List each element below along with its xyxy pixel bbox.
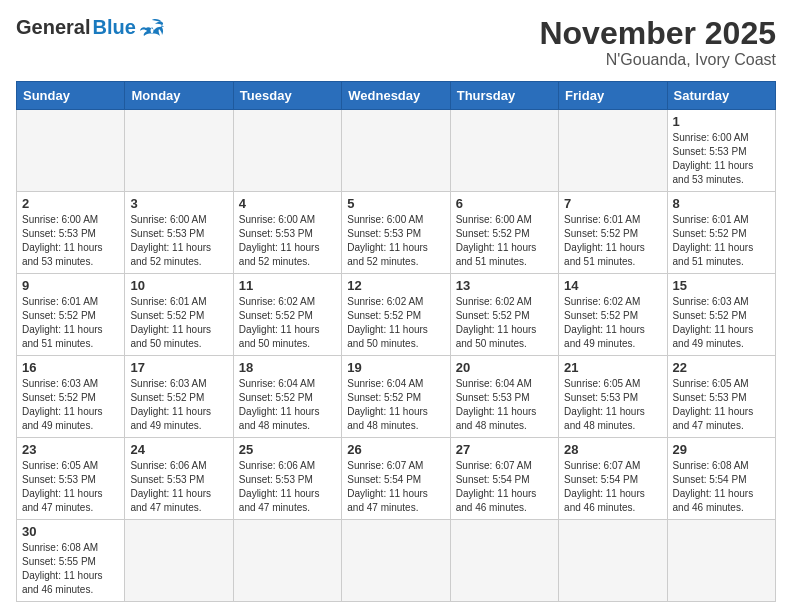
day-number: 4	[239, 196, 336, 211]
day-number: 22	[673, 360, 770, 375]
day-info: Sunrise: 6:05 AM Sunset: 5:53 PM Dayligh…	[673, 377, 770, 433]
day-info: Sunrise: 6:00 AM Sunset: 5:53 PM Dayligh…	[347, 213, 444, 269]
day-info: Sunrise: 6:07 AM Sunset: 5:54 PM Dayligh…	[564, 459, 661, 515]
header-tuesday: Tuesday	[233, 82, 341, 110]
table-row: 3Sunrise: 6:00 AM Sunset: 5:53 PM Daylig…	[125, 192, 233, 274]
day-info: Sunrise: 6:03 AM Sunset: 5:52 PM Dayligh…	[673, 295, 770, 351]
calendar-week-row: 30Sunrise: 6:08 AM Sunset: 5:55 PM Dayli…	[17, 520, 776, 602]
day-number: 21	[564, 360, 661, 375]
header-monday: Monday	[125, 82, 233, 110]
day-number: 19	[347, 360, 444, 375]
table-row	[125, 110, 233, 192]
day-info: Sunrise: 6:05 AM Sunset: 5:53 PM Dayligh…	[22, 459, 119, 515]
day-info: Sunrise: 6:00 AM Sunset: 5:53 PM Dayligh…	[130, 213, 227, 269]
table-row: 13Sunrise: 6:02 AM Sunset: 5:52 PM Dayli…	[450, 274, 558, 356]
logo-general-text: General	[16, 16, 90, 39]
day-number: 29	[673, 442, 770, 457]
table-row: 20Sunrise: 6:04 AM Sunset: 5:53 PM Dayli…	[450, 356, 558, 438]
header-sunday: Sunday	[17, 82, 125, 110]
logo-bird-icon	[140, 18, 164, 36]
day-number: 14	[564, 278, 661, 293]
day-number: 6	[456, 196, 553, 211]
day-number: 26	[347, 442, 444, 457]
day-info: Sunrise: 6:02 AM Sunset: 5:52 PM Dayligh…	[347, 295, 444, 351]
day-info: Sunrise: 6:03 AM Sunset: 5:52 PM Dayligh…	[22, 377, 119, 433]
table-row: 28Sunrise: 6:07 AM Sunset: 5:54 PM Dayli…	[559, 438, 667, 520]
header-friday: Friday	[559, 82, 667, 110]
day-info: Sunrise: 6:08 AM Sunset: 5:54 PM Dayligh…	[673, 459, 770, 515]
table-row: 24Sunrise: 6:06 AM Sunset: 5:53 PM Dayli…	[125, 438, 233, 520]
day-number: 30	[22, 524, 119, 539]
day-info: Sunrise: 6:00 AM Sunset: 5:53 PM Dayligh…	[239, 213, 336, 269]
day-info: Sunrise: 6:06 AM Sunset: 5:53 PM Dayligh…	[239, 459, 336, 515]
day-info: Sunrise: 6:08 AM Sunset: 5:55 PM Dayligh…	[22, 541, 119, 597]
day-number: 28	[564, 442, 661, 457]
days-header-row: Sunday Monday Tuesday Wednesday Thursday…	[17, 82, 776, 110]
day-info: Sunrise: 6:04 AM Sunset: 5:52 PM Dayligh…	[347, 377, 444, 433]
table-row	[559, 110, 667, 192]
day-number: 18	[239, 360, 336, 375]
day-number: 11	[239, 278, 336, 293]
day-info: Sunrise: 6:05 AM Sunset: 5:53 PM Dayligh…	[564, 377, 661, 433]
day-info: Sunrise: 6:02 AM Sunset: 5:52 PM Dayligh…	[456, 295, 553, 351]
day-number: 5	[347, 196, 444, 211]
table-row	[233, 110, 341, 192]
calendar-week-row: 9Sunrise: 6:01 AM Sunset: 5:52 PM Daylig…	[17, 274, 776, 356]
day-info: Sunrise: 6:01 AM Sunset: 5:52 PM Dayligh…	[673, 213, 770, 269]
day-number: 2	[22, 196, 119, 211]
title-block: November 2025 N'Gouanda, Ivory Coast	[539, 16, 776, 69]
day-number: 27	[456, 442, 553, 457]
day-info: Sunrise: 6:01 AM Sunset: 5:52 PM Dayligh…	[22, 295, 119, 351]
table-row: 27Sunrise: 6:07 AM Sunset: 5:54 PM Dayli…	[450, 438, 558, 520]
page-header: General Blue November 2025 N'Gouanda, Iv…	[16, 16, 776, 69]
logo-blue-text: Blue	[92, 16, 135, 39]
table-row: 23Sunrise: 6:05 AM Sunset: 5:53 PM Dayli…	[17, 438, 125, 520]
table-row	[450, 520, 558, 602]
table-row: 6Sunrise: 6:00 AM Sunset: 5:52 PM Daylig…	[450, 192, 558, 274]
table-row	[125, 520, 233, 602]
day-number: 23	[22, 442, 119, 457]
header-wednesday: Wednesday	[342, 82, 450, 110]
day-number: 13	[456, 278, 553, 293]
table-row: 19Sunrise: 6:04 AM Sunset: 5:52 PM Dayli…	[342, 356, 450, 438]
calendar-week-row: 1Sunrise: 6:00 AM Sunset: 5:53 PM Daylig…	[17, 110, 776, 192]
table-row	[342, 110, 450, 192]
day-info: Sunrise: 6:07 AM Sunset: 5:54 PM Dayligh…	[347, 459, 444, 515]
calendar-week-row: 16Sunrise: 6:03 AM Sunset: 5:52 PM Dayli…	[17, 356, 776, 438]
day-number: 16	[22, 360, 119, 375]
table-row: 25Sunrise: 6:06 AM Sunset: 5:53 PM Dayli…	[233, 438, 341, 520]
logo: General Blue	[16, 16, 164, 39]
table-row: 11Sunrise: 6:02 AM Sunset: 5:52 PM Dayli…	[233, 274, 341, 356]
day-number: 3	[130, 196, 227, 211]
table-row: 10Sunrise: 6:01 AM Sunset: 5:52 PM Dayli…	[125, 274, 233, 356]
table-row: 30Sunrise: 6:08 AM Sunset: 5:55 PM Dayli…	[17, 520, 125, 602]
day-info: Sunrise: 6:02 AM Sunset: 5:52 PM Dayligh…	[239, 295, 336, 351]
table-row: 2Sunrise: 6:00 AM Sunset: 5:53 PM Daylig…	[17, 192, 125, 274]
day-number: 10	[130, 278, 227, 293]
day-info: Sunrise: 6:01 AM Sunset: 5:52 PM Dayligh…	[130, 295, 227, 351]
table-row: 1Sunrise: 6:00 AM Sunset: 5:53 PM Daylig…	[667, 110, 775, 192]
table-row	[559, 520, 667, 602]
table-row: 22Sunrise: 6:05 AM Sunset: 5:53 PM Dayli…	[667, 356, 775, 438]
table-row: 9Sunrise: 6:01 AM Sunset: 5:52 PM Daylig…	[17, 274, 125, 356]
table-row: 14Sunrise: 6:02 AM Sunset: 5:52 PM Dayli…	[559, 274, 667, 356]
day-info: Sunrise: 6:04 AM Sunset: 5:52 PM Dayligh…	[239, 377, 336, 433]
day-number: 20	[456, 360, 553, 375]
day-number: 8	[673, 196, 770, 211]
day-info: Sunrise: 6:06 AM Sunset: 5:53 PM Dayligh…	[130, 459, 227, 515]
table-row: 12Sunrise: 6:02 AM Sunset: 5:52 PM Dayli…	[342, 274, 450, 356]
table-row: 26Sunrise: 6:07 AM Sunset: 5:54 PM Dayli…	[342, 438, 450, 520]
day-info: Sunrise: 6:01 AM Sunset: 5:52 PM Dayligh…	[564, 213, 661, 269]
table-row	[450, 110, 558, 192]
table-row	[233, 520, 341, 602]
table-row: 8Sunrise: 6:01 AM Sunset: 5:52 PM Daylig…	[667, 192, 775, 274]
table-row: 7Sunrise: 6:01 AM Sunset: 5:52 PM Daylig…	[559, 192, 667, 274]
table-row: 29Sunrise: 6:08 AM Sunset: 5:54 PM Dayli…	[667, 438, 775, 520]
header-thursday: Thursday	[450, 82, 558, 110]
calendar-title: November 2025	[539, 16, 776, 51]
table-row	[667, 520, 775, 602]
day-info: Sunrise: 6:02 AM Sunset: 5:52 PM Dayligh…	[564, 295, 661, 351]
day-number: 9	[22, 278, 119, 293]
calendar-week-row: 23Sunrise: 6:05 AM Sunset: 5:53 PM Dayli…	[17, 438, 776, 520]
day-number: 17	[130, 360, 227, 375]
